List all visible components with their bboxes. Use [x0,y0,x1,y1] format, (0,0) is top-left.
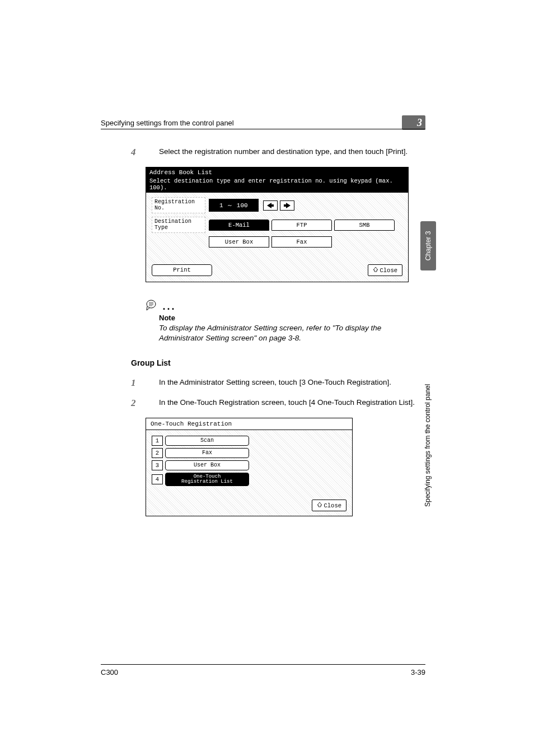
note-icon [146,299,159,312]
step-2-text: In the One-Touch Registration screen, to… [159,398,425,408]
svg-marker-8 [317,502,322,507]
menu-item-2: 2 Fax [152,448,346,458]
screenshot2-close-label: Close [324,502,341,509]
menu-item-1: 1 Scan [152,436,346,446]
menu-btn-user-box[interactable]: User Box [165,460,249,470]
menu-num-4[interactable]: 4 [152,474,163,484]
side-chapter-label: Chapter 3 [424,231,432,261]
arrow-right-icon[interactable] [280,200,294,211]
step-2: 2 In the One-Touch Registration screen, … [146,398,425,408]
screenshot-one-touch-registration: One-Touch Registration 1 Scan 2 Fax 3 Us… [146,418,353,516]
menu-num-2[interactable]: 2 [152,448,163,458]
screenshot1-title: Address Book List [146,167,408,178]
arrow-left-icon[interactable] [263,200,278,211]
screenshot2-bottom: Close [152,500,346,511]
note-block: ... Note To display the Administrator Se… [146,299,425,343]
menu-item-3: 3 User Box [152,460,346,470]
footer-page: 3-39 [411,668,425,676]
destination-type-row2: User Box Fax [209,236,402,248]
print-button[interactable]: Print [152,264,212,276]
destination-type-label: Destination Type [152,217,205,233]
body: 4 Select the registration number and des… [146,147,425,516]
menu-btn-fax[interactable]: Fax [165,448,249,458]
screenshot2-title: One-Touch Registration [146,418,352,430]
close-up-icon [373,267,378,274]
svg-marker-0 [267,203,274,208]
note-dots: ... [162,301,176,312]
step-1-number: 1 [131,377,136,389]
close-button[interactable]: Close [368,264,402,276]
menu-btn-registration-list[interactable]: One-Touch Registration List [165,473,249,486]
step-1: 1 In the Administrator Setting screen, t… [146,377,425,388]
destination-type-row: Destination Type E-Mail FTP SMB [152,217,402,233]
footer: C300 3-39 [101,664,425,676]
group-list-heading: Group List [131,358,425,367]
screenshot1-subtitle: Select destination type and enter regist… [146,178,408,193]
tab-user-box[interactable]: User Box [209,236,269,248]
chapter-number: 3 [417,117,422,129]
screenshot2-close-button[interactable]: Close [312,500,346,511]
screenshot-address-book-list: Address Book List Select destination typ… [146,167,409,282]
footer-model: C300 [101,668,118,676]
running-header: Specifying settings from the control pan… [101,119,234,127]
page: Specifying settings from the control pan… [0,0,534,756]
svg-marker-2 [373,267,378,272]
svg-point-3 [147,300,156,308]
menu-btn-scan[interactable]: Scan [165,436,249,446]
tab-email[interactable]: E-Mail [209,220,269,231]
screenshot2-panel: 1 Scan 2 Fax 3 User Box 4 One-Touch Regi… [146,430,352,516]
step-4: 4 Select the registration number and des… [146,147,425,157]
registration-no-label: Registration No. [152,197,205,213]
menu-item-4: 4 One-Touch Registration List [152,473,346,486]
screenshot1-bottom-row: Print Close [152,264,402,276]
close-button-label: Close [380,267,397,274]
registration-range[interactable]: 1 ～ 100 [209,199,259,212]
tab-ftp[interactable]: FTP [271,220,332,231]
step-1-text: In the Administrator Setting screen, tou… [159,377,425,388]
note-label: Note [159,314,425,322]
svg-marker-1 [284,203,291,208]
close-up-icon-2 [317,502,322,509]
tab-smb[interactable]: SMB [334,220,395,231]
step-4-text: Select the registration number and desti… [159,147,425,157]
header-rule [101,129,425,129]
menu-num-3[interactable]: 3 [152,460,163,470]
step-2-number: 2 [131,398,136,409]
menu-num-1[interactable]: 1 [152,436,163,446]
chapter-badge: 3 [402,115,425,130]
screenshot1-panel: Registration No. 1 ～ 100 Destination Typ… [146,193,408,282]
registration-row: Registration No. 1 ～ 100 [152,197,402,213]
step-4-number: 4 [131,147,136,158]
note-body: To display the Administrator Setting scr… [159,323,425,343]
tab-fax[interactable]: Fax [271,236,332,248]
